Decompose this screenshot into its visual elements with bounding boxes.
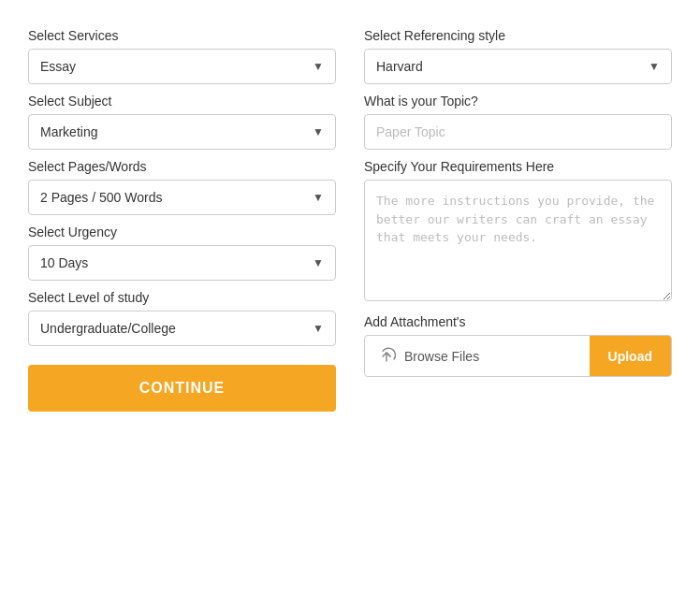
services-select-wrapper: Essay Research Paper Dissertation Course…: [28, 49, 336, 84]
attachment-group: Add Attachment's Browse Files Upload: [364, 314, 672, 377]
referencing-select-wrapper: Harvard APA MLA Chicago Oxford ▼: [364, 49, 672, 84]
referencing-group: Select Referencing style Harvard APA MLA…: [364, 28, 672, 84]
referencing-label: Select Referencing style: [364, 28, 672, 43]
services-select[interactable]: Essay Research Paper Dissertation Course…: [29, 50, 335, 83]
subject-group: Select Subject Marketing Business Scienc…: [28, 94, 336, 150]
services-label: Select Services: [28, 28, 336, 43]
pages-select[interactable]: 1 Page / 250 Words 2 Pages / 500 Words 3…: [29, 181, 335, 214]
upload-button[interactable]: Upload: [590, 336, 671, 376]
urgency-label: Select Urgency: [28, 225, 336, 239]
pages-group: Select Pages/Words 1 Page / 250 Words 2 …: [28, 159, 336, 215]
level-select-wrapper: High School Undergraduate/College Bachel…: [28, 311, 336, 346]
subject-label: Select Subject: [28, 94, 336, 109]
browse-area[interactable]: Browse Files: [365, 336, 590, 376]
level-label: Select Level of study: [28, 290, 336, 305]
level-group: Select Level of study High School Underg…: [28, 290, 336, 346]
urgency-select[interactable]: 3 Hours 6 Hours 12 Hours 1 Day 3 Days 7 …: [29, 246, 335, 280]
level-select[interactable]: High School Undergraduate/College Bachel…: [29, 311, 335, 345]
requirements-group: Specify Your Requirements Here: [364, 159, 672, 301]
subject-select-wrapper: Marketing Business Sciences Arts ▼: [28, 114, 336, 150]
upload-cloud-icon: [376, 345, 397, 367]
continue-button[interactable]: CONTINUE: [28, 365, 336, 412]
topic-input[interactable]: [364, 114, 672, 150]
urgency-select-wrapper: 3 Hours 6 Hours 12 Hours 1 Day 3 Days 7 …: [28, 245, 336, 281]
topic-label: What is your Topic?: [364, 94, 672, 109]
requirements-label: Specify Your Requirements Here: [364, 159, 672, 174]
urgency-group: Select Urgency 3 Hours 6 Hours 12 Hours …: [28, 225, 336, 281]
requirements-textarea[interactable]: [364, 180, 672, 301]
left-column: Select Services Essay Research Paper Dis…: [28, 28, 336, 412]
attachment-row: Browse Files Upload: [364, 335, 672, 377]
browse-text: Browse Files: [404, 349, 479, 364]
subject-select[interactable]: Marketing Business Sciences Arts: [29, 115, 335, 149]
right-column: Select Referencing style Harvard APA MLA…: [364, 28, 672, 412]
referencing-select[interactable]: Harvard APA MLA Chicago Oxford: [365, 50, 671, 83]
pages-label: Select Pages/Words: [28, 159, 336, 174]
topic-group: What is your Topic?: [364, 94, 672, 150]
pages-select-wrapper: 1 Page / 250 Words 2 Pages / 500 Words 3…: [28, 180, 336, 215]
attachment-label: Add Attachment's: [364, 314, 672, 329]
services-group: Select Services Essay Research Paper Dis…: [28, 28, 336, 84]
